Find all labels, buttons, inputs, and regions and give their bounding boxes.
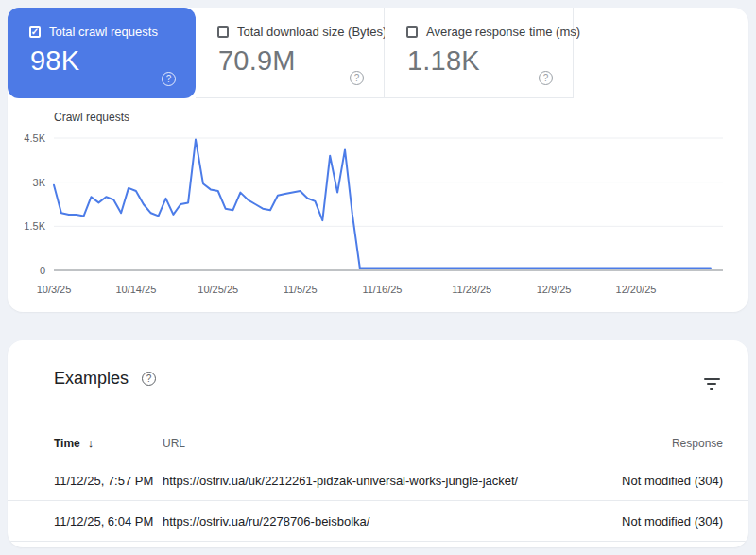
svg-text:11/5/25: 11/5/25 <box>284 284 318 295</box>
help-icon[interactable]: ? <box>162 72 176 86</box>
svg-text:10/25/25: 10/25/25 <box>198 284 238 295</box>
cell-time: 11/12/25, 7:57 PM <box>54 474 163 488</box>
metric-value: 70.9M <box>218 45 365 77</box>
svg-text:11/28/25: 11/28/25 <box>452 284 491 295</box>
column-header-url: URL <box>163 437 524 450</box>
help-icon[interactable]: ? <box>142 372 156 386</box>
cell-time: 11/12/25, 6:04 PM <box>54 514 163 529</box>
svg-text:3K: 3K <box>33 177 46 188</box>
examples-panel: Examples ? Time ↓ URL Response 11/12/25,… <box>8 340 748 547</box>
tile-total-download-size[interactable]: Total download size (Bytes) 70.9M ? <box>196 8 385 98</box>
svg-text:11/16/25: 11/16/25 <box>362 284 402 295</box>
help-icon[interactable]: ? <box>350 71 364 85</box>
cell-url: https://ostriv.ua/ru/2278706-beisbolka/ <box>163 514 524 529</box>
column-header-time[interactable]: Time ↓ <box>54 436 163 450</box>
sort-desc-icon: ↓ <box>88 436 94 450</box>
checkbox-unchecked-icon[interactable] <box>406 26 418 38</box>
filter-icon[interactable] <box>702 376 721 391</box>
metric-label: Total crawl requests <box>49 25 158 39</box>
metric-label: Average response time (ms) <box>426 25 580 39</box>
checkbox-unchecked-icon[interactable] <box>217 26 229 38</box>
svg-text:0: 0 <box>40 265 45 276</box>
table-row[interactable]: 11/12/25, 6:04 PM https://ostriv.ua/ru/2… <box>8 501 748 542</box>
metric-value: 98K <box>30 45 177 77</box>
tile-average-response-time[interactable]: Average response time (ms) 1.18K ? <box>385 8 574 98</box>
svg-text:12/9/25: 12/9/25 <box>537 284 572 295</box>
cell-url: https://ostriv.ua/uk/2212261-pidzak-univ… <box>163 474 524 488</box>
examples-table: Time ↓ URL Response 11/12/25, 7:57 PM ht… <box>8 432 748 542</box>
cell-response: Not modified (304) <box>524 474 723 488</box>
column-header-response: Response <box>524 437 723 450</box>
metric-tiles-row: ✓ Total crawl requests 98K ? Total downl… <box>8 8 748 98</box>
svg-text:10/3/25: 10/3/25 <box>37 284 72 295</box>
tile-total-crawl-requests[interactable]: ✓ Total crawl requests 98K ? <box>8 8 196 98</box>
cell-response: Not modified (304) <box>524 514 723 529</box>
svg-text:1.5K: 1.5K <box>24 220 45 232</box>
help-icon[interactable]: ? <box>539 71 553 85</box>
crawl-requests-chart[interactable]: Crawl requests 01.5K3K4.5K10/3/2510/14/2… <box>8 98 748 311</box>
svg-text:12/20/25: 12/20/25 <box>616 284 657 295</box>
table-header-row: Time ↓ URL Response <box>8 432 748 460</box>
crawl-stats-panel: ✓ Total crawl requests 98K ? Total downl… <box>8 8 748 312</box>
crawl-requests-line-chart[interactable]: 01.5K3K4.5K10/3/2510/14/2510/25/2511/5/2… <box>8 98 748 311</box>
checkbox-checked-icon[interactable]: ✓ <box>29 26 41 38</box>
metric-label: Total download size (Bytes) <box>237 25 387 39</box>
table-row[interactable]: 11/12/25, 7:57 PM https://ostriv.ua/uk/2… <box>8 460 748 501</box>
metric-value: 1.18K <box>407 45 554 77</box>
svg-text:10/14/25: 10/14/25 <box>115 284 156 295</box>
examples-title: Examples <box>54 369 129 389</box>
svg-text:4.5K: 4.5K <box>24 132 45 144</box>
